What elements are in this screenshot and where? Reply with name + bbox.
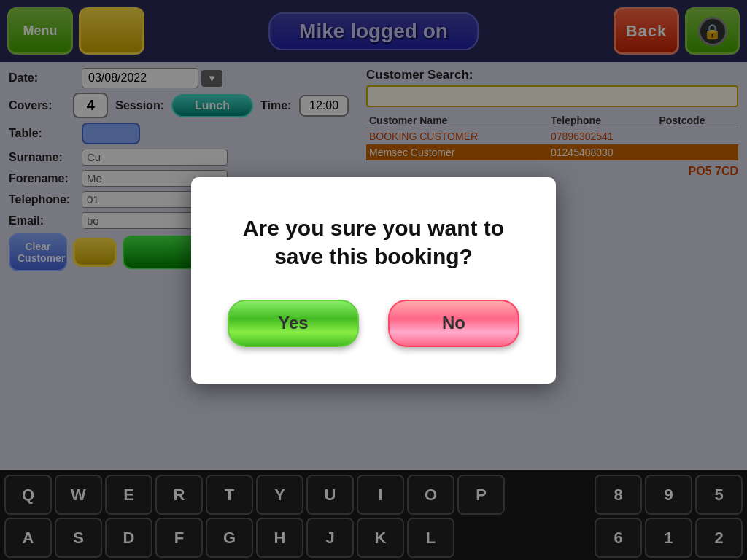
modal-overlay: Are you sure you want to save this booki… — [0, 0, 747, 560]
modal-yes-button[interactable]: Yes — [228, 300, 359, 347]
modal-message: Are you sure you want to save this booki… — [220, 214, 527, 271]
modal-no-button[interactable]: No — [388, 300, 519, 347]
modal-buttons: Yes No — [228, 300, 519, 347]
modal-box: Are you sure you want to save this booki… — [191, 177, 556, 384]
